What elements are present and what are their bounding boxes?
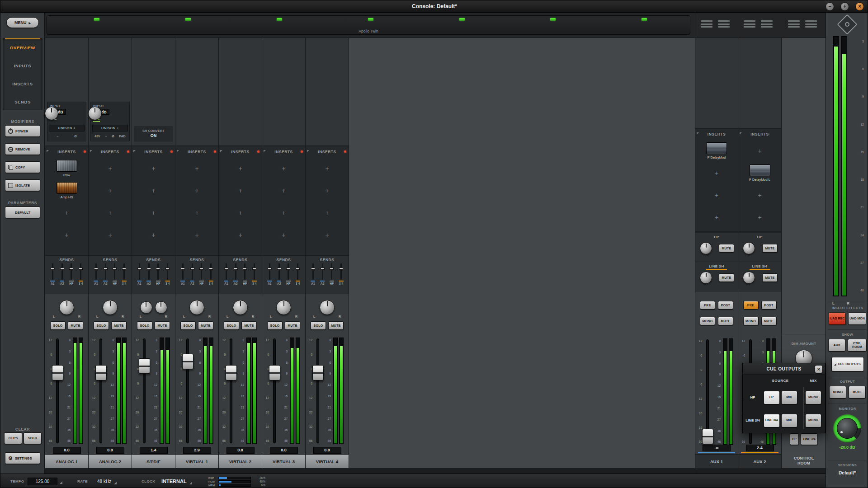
- device-bar[interactable]: Apollo Twin: [47, 15, 690, 35]
- send-mini-fader[interactable]: [61, 263, 63, 280]
- cue-line34-mix-mono-button[interactable]: MONO: [805, 414, 821, 427]
- isolate-modifier-button[interactable]: ISOLATE: [5, 179, 40, 191]
- send-fader-cap[interactable]: [209, 267, 213, 270]
- insert-slot[interactable]: +: [175, 179, 218, 202]
- solo-button[interactable]: SOLO: [94, 321, 109, 330]
- cue-popup-close-button[interactable]: ×: [815, 365, 823, 373]
- nav-overview[interactable]: OVERVIEW: [3, 38, 42, 56]
- send-fader-cap[interactable]: [181, 267, 185, 270]
- insert-slot[interactable]: +: [306, 202, 349, 224]
- insert-slot[interactable]: +: [738, 140, 781, 162]
- pan-knob[interactable]: [276, 300, 291, 315]
- send-mini-fader[interactable]: [226, 263, 227, 280]
- menu-button[interactable]: MENU ▶: [6, 17, 39, 28]
- send-fader-cap[interactable]: [94, 267, 98, 270]
- send-mini-fader[interactable]: [148, 263, 150, 280]
- solo-button[interactable]: SOLO: [137, 321, 152, 330]
- close-button[interactable]: ×: [855, 2, 864, 11]
- send-fader-cap[interactable]: [330, 267, 334, 270]
- output-mono-button[interactable]: MONO: [829, 386, 846, 399]
- insert-slot[interactable]: +: [306, 224, 349, 246]
- pan-knob[interactable]: [140, 301, 152, 314]
- ctrl-hp-button[interactable]: HP: [790, 433, 799, 445]
- insert-slot[interactable]: +: [132, 179, 175, 202]
- nav-inputs[interactable]: INPUTS: [3, 56, 42, 75]
- send-fader-cap[interactable]: [321, 267, 325, 270]
- insert-slot[interactable]: +: [45, 224, 88, 246]
- hp-send-knob[interactable]: [743, 242, 755, 254]
- ctrl-line34-button[interactable]: LINE 3/4: [801, 433, 818, 445]
- uad-rec-button[interactable]: UAD REC: [829, 312, 846, 325]
- send-fader-cap[interactable]: [165, 267, 170, 270]
- insert-slot[interactable]: +: [175, 157, 218, 179]
- input-gain-knob[interactable]: [45, 107, 58, 120]
- window-shade-icon[interactable]: [761, 20, 773, 28]
- send-fader-cap[interactable]: [311, 267, 315, 270]
- input-option[interactable]: PAD: [119, 135, 125, 138]
- insert-slot[interactable]: +: [695, 184, 738, 206]
- line34-send-knob[interactable]: [700, 272, 712, 284]
- expand-arrow-icon[interactable]: [220, 150, 222, 152]
- nav-inserts[interactable]: INSERTS: [3, 75, 42, 93]
- send-fader-cap[interactable]: [60, 267, 64, 270]
- fader-track[interactable]: [99, 338, 102, 443]
- line34-send-mute-button[interactable]: MUTE: [719, 273, 734, 282]
- nav-sends[interactable]: SENDS: [3, 93, 42, 111]
- window-shade-icon[interactable]: [805, 20, 817, 28]
- send-fader-cap[interactable]: [190, 267, 194, 270]
- send-fader-cap[interactable]: [104, 267, 108, 270]
- fader-cap[interactable]: [139, 358, 150, 374]
- send-mini-fader[interactable]: [95, 263, 97, 280]
- pan-knob[interactable]: [155, 301, 167, 314]
- minimize-button[interactable]: −: [826, 2, 834, 11]
- window-shade-icon[interactable]: [718, 20, 730, 28]
- send-mini-fader[interactable]: [105, 263, 106, 280]
- plugin-thumbnail[interactable]: [750, 164, 770, 176]
- expand-arrow-icon[interactable]: [740, 132, 742, 135]
- expand-arrow-icon[interactable]: [264, 150, 266, 152]
- cue-hp-source-mix-button[interactable]: MIX: [781, 391, 797, 404]
- insert-slot[interactable]: +: [89, 202, 132, 224]
- send-fader-cap[interactable]: [122, 267, 126, 270]
- insert-slot[interactable]: +: [262, 202, 305, 224]
- mute-button[interactable]: MUTE: [718, 317, 733, 325]
- sr-convert-toggle[interactable]: SR CONVERTON: [134, 127, 173, 141]
- insert-slot[interactable]: +: [695, 162, 738, 184]
- fader-track[interactable]: [143, 338, 146, 443]
- send-fader-cap[interactable]: [268, 267, 272, 270]
- insert-slot[interactable]: +: [89, 179, 132, 202]
- send-mini-fader[interactable]: [182, 263, 184, 280]
- send-mini-fader[interactable]: [254, 263, 255, 280]
- mute-button[interactable]: MUTE: [285, 321, 300, 330]
- line34-send-mute-button[interactable]: MUTE: [762, 273, 778, 282]
- send-mini-fader[interactable]: [123, 263, 125, 280]
- default-button[interactable]: DEFAULT: [5, 206, 40, 218]
- line34-send-knob[interactable]: [743, 272, 755, 284]
- insert-slot[interactable]: +: [262, 179, 305, 202]
- send-mini-fader[interactable]: [167, 263, 168, 280]
- pan-knob[interactable]: [189, 300, 204, 315]
- insert-slot[interactable]: Raw: [45, 157, 88, 179]
- show-aux-button[interactable]: AUX: [828, 339, 845, 352]
- mute-button[interactable]: MUTE: [155, 321, 170, 330]
- solo-button[interactable]: SOLO: [180, 321, 196, 330]
- insert-slot[interactable]: +: [89, 157, 132, 179]
- expand-arrow-icon[interactable]: [177, 150, 179, 152]
- post-fader-button[interactable]: POST: [718, 301, 733, 310]
- insert-slot[interactable]: +: [262, 157, 305, 179]
- send-mini-fader[interactable]: [235, 263, 236, 280]
- plugin-thumbnail[interactable]: [57, 160, 77, 172]
- window-shade-icon[interactable]: [744, 20, 755, 28]
- send-fader-cap[interactable]: [51, 267, 55, 270]
- insert-slot[interactable]: +: [89, 224, 132, 246]
- fader-track[interactable]: [230, 338, 232, 443]
- expand-arrow-icon[interactable]: [90, 150, 92, 152]
- send-mini-fader[interactable]: [139, 263, 140, 280]
- expand-arrow-icon[interactable]: [133, 150, 136, 152]
- send-mini-fader[interactable]: [322, 263, 323, 280]
- fader-cap[interactable]: [226, 365, 237, 380]
- insert-slot[interactable]: +: [45, 202, 88, 224]
- insert-slot[interactable]: +: [695, 206, 738, 228]
- send-mini-fader[interactable]: [201, 263, 202, 280]
- send-fader-cap[interactable]: [137, 267, 142, 270]
